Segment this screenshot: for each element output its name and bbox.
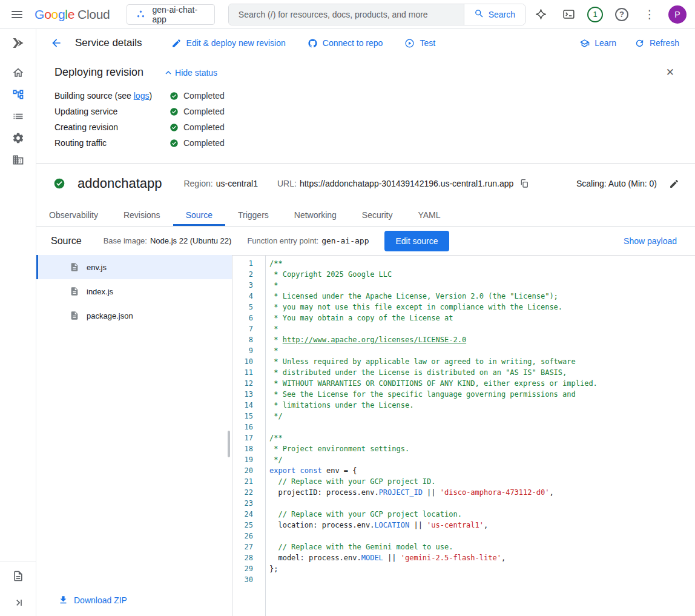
check-circle-icon <box>170 123 179 132</box>
integrations-icon[interactable] <box>5 127 31 149</box>
services-icon[interactable] <box>5 84 31 105</box>
tab-security[interactable]: Security <box>349 204 406 226</box>
code-line: 26 <box>232 531 695 541</box>
back-button[interactable] <box>45 31 68 55</box>
line-number: 19 <box>232 454 265 465</box>
code-token: * <box>269 346 278 355</box>
code-token: // Replace with the Gemini model to use. <box>269 543 453 551</box>
project-selector[interactable]: gen-ai-chat-app <box>127 4 214 25</box>
hide-status-toggle[interactable]: Hide status <box>159 67 221 79</box>
help-button[interactable]: ? <box>610 3 633 26</box>
line-number: 22 <box>232 487 265 498</box>
gemini-sparkle-icon[interactable] <box>529 3 552 26</box>
revisions-list-icon[interactable] <box>5 105 31 127</box>
code-token: * limitations under the License. <box>269 401 413 409</box>
code-line: 27 // Replace with the Gemini model to u… <box>232 541 695 552</box>
status-value: Completed <box>170 91 225 101</box>
line-number: 10 <box>232 356 265 367</box>
kebab-menu-icon[interactable]: ⋮ <box>638 3 661 26</box>
content: Service details Edit & deploy new revisi… <box>36 29 695 616</box>
source-heading: Source <box>51 236 82 247</box>
tab-yaml[interactable]: YAML <box>405 204 453 226</box>
code-text: * <box>265 345 695 356</box>
cloud-run-logo <box>0 29 36 57</box>
edit-scaling-button[interactable] <box>669 179 679 189</box>
code-token: * Project environment settings. <box>269 445 409 453</box>
check-circle-icon <box>170 139 179 148</box>
search-input[interactable] <box>229 4 464 25</box>
status-value: Completed <box>170 122 225 132</box>
code-token: MODEL <box>361 554 383 562</box>
edit-source-button[interactable]: Edit source <box>384 231 449 251</box>
code-line: 12 * WITHOUT WARRANTIES OR CONDITIONS OF… <box>232 378 695 389</box>
tab-triggers[interactable]: Triggers <box>225 204 282 226</box>
line-number: 15 <box>232 411 265 422</box>
line-number: 17 <box>232 432 265 443</box>
organizations-icon[interactable] <box>5 149 31 171</box>
code-text: * distributed under the License is distr… <box>265 367 695 378</box>
download-zip-button[interactable]: Download ZIP <box>54 594 131 606</box>
status-value: Completed <box>170 138 225 148</box>
show-payload-link[interactable]: Show payload <box>620 236 680 247</box>
code-token: * You may obtain a copy of the License a… <box>269 314 453 322</box>
file-panel-scrollbar[interactable] <box>228 431 230 457</box>
code-token: /** <box>269 434 283 442</box>
code-text: * Unless required by applicable law or a… <box>265 356 695 367</box>
tab-source[interactable]: Source <box>173 204 225 226</box>
edit-deploy-button[interactable]: Edit & deploy new revision <box>171 38 286 48</box>
code-link: http://www.apache.org/licenses/LICENSE-2… <box>283 336 466 344</box>
scaling-info: Scaling: Auto (Min: 0) <box>576 179 657 188</box>
release-notes-icon[interactable] <box>5 565 31 587</box>
file-name: env.js <box>87 263 107 272</box>
cloud-shell-icon[interactable] <box>557 3 580 26</box>
region-label: Region: <box>183 179 212 188</box>
copy-url-button[interactable] <box>519 179 529 188</box>
close-icon[interactable]: ✕ <box>662 65 678 79</box>
code-text <box>265 498 695 509</box>
tab-revisions[interactable]: Revisions <box>111 204 173 226</box>
status-row: Building source (see logs)Completed <box>54 88 678 104</box>
home-icon[interactable] <box>5 62 31 84</box>
line-number: 25 <box>232 520 265 531</box>
refresh-button[interactable]: Refresh <box>634 38 679 48</box>
expand-panel-icon[interactable] <box>5 592 31 614</box>
status-text: Completed <box>183 91 225 101</box>
line-number: 18 <box>232 443 265 454</box>
google-logo-text: Google <box>35 7 74 22</box>
avatar[interactable]: P <box>668 5 687 24</box>
line-number: 5 <box>232 302 265 313</box>
action-buttons-right: LearnRefresh <box>579 38 679 48</box>
test-button[interactable]: Test <box>404 38 435 48</box>
code-line: 17/** <box>232 432 695 443</box>
code-token: /** <box>269 259 283 268</box>
status-list: Building source (see logs)CompletedUpdat… <box>54 88 678 151</box>
logs-link[interactable]: logs <box>134 91 150 101</box>
connect-repo-button[interactable]: Connect to repo <box>308 38 383 48</box>
tab-networking[interactable]: Networking <box>282 204 349 226</box>
file-item[interactable]: package.json <box>36 303 232 328</box>
logo-letter: g <box>58 7 65 21</box>
code-token: * WITHOUT WARRANTIES OR CONDITIONS OF AN… <box>269 379 598 388</box>
line-number: 1 <box>232 258 265 269</box>
notification-count-badge[interactable]: 1 <box>587 7 603 22</box>
cloud-logo-text: Cloud <box>77 7 110 22</box>
chevron-up-icon <box>163 67 174 78</box>
code-text: * <box>265 280 695 291</box>
status-text: Completed <box>183 122 225 132</box>
code-editor[interactable]: 1/**2 * Copyright 2025 Google LLC3 *4 * … <box>232 255 695 616</box>
tab-observability[interactable]: Observability <box>36 204 111 226</box>
avatar-initial: P <box>674 10 680 19</box>
file-item[interactable]: env.js <box>36 255 232 279</box>
arrow-back-icon <box>50 37 62 49</box>
hamburger-menu[interactable] <box>6 3 27 26</box>
code-text: export const env = { <box>265 465 695 476</box>
status-row: Routing trafficCompleted <box>54 135 678 151</box>
search-button[interactable]: Search <box>464 4 525 25</box>
file-name: package.json <box>87 311 133 320</box>
learn-button[interactable]: Learn <box>579 38 616 48</box>
file-item[interactable]: index.js <box>36 279 232 303</box>
entry-point-value: gen-ai-app <box>321 236 369 245</box>
code-text: * See the License for the specific langu… <box>265 389 695 400</box>
code-token: * Copyright 2025 Google LLC <box>269 270 392 279</box>
topbar: Google Cloud gen-ai-chat-app Search <box>0 0 695 29</box>
